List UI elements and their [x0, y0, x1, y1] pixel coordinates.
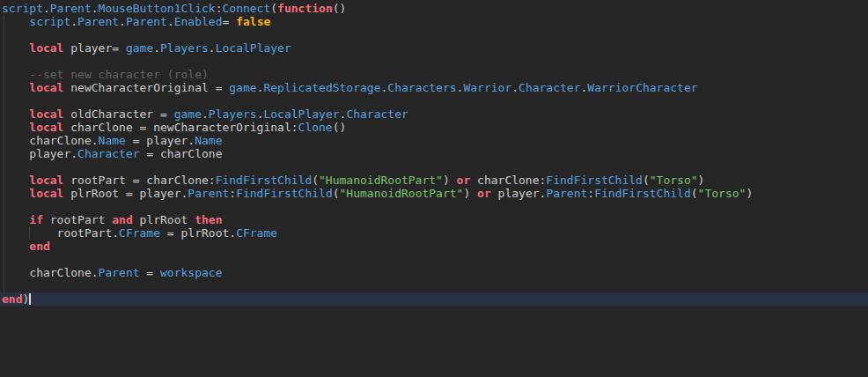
- code-line[interactable]: if rootPart and plrRoot then: [0, 213, 868, 226]
- code-token: .: [92, 2, 99, 15]
- code-token: ): [746, 187, 753, 200]
- code-token: charClone = newCharacterOriginal:: [63, 121, 298, 134]
- code-line[interactable]: end: [0, 240, 868, 253]
- code-token: .: [153, 41, 160, 55]
- code-token: end: [29, 240, 49, 253]
- code-line[interactable]: charClone.Parent = workspace: [0, 266, 868, 279]
- code-token: ): [22, 292, 29, 306]
- code-token: script: [29, 15, 70, 28]
- code-line[interactable]: local rootPart = charClone:FindFirstChil…: [0, 174, 868, 187]
- code-token: function: [277, 2, 333, 15]
- code-token: = plrRoot: [160, 226, 229, 240]
- code-token: Characters: [387, 81, 456, 94]
- code-token: Parent: [50, 2, 92, 15]
- code-token: Warrior: [463, 81, 511, 94]
- code-token: [2, 174, 29, 187]
- code-token: player: [491, 187, 540, 200]
- code-token: .: [209, 41, 216, 55]
- code-token: --set new character (role): [29, 68, 209, 81]
- code-token: .: [70, 15, 77, 28]
- code-line[interactable]: script.Parent.Parent.Enabled= false: [0, 15, 868, 28]
- code-token: [2, 187, 29, 200]
- code-token: = charClone: [140, 147, 223, 160]
- code-line[interactable]: local oldCharacter = game.Players.LocalP…: [0, 107, 868, 121]
- code-token: .: [511, 81, 519, 94]
- code-token: local: [29, 121, 63, 134]
- code-token: =: [223, 15, 237, 28]
- code-token: .: [92, 134, 99, 147]
- code-token: Players: [209, 107, 257, 121]
- code-token: "HumanoidRootPart": [340, 187, 464, 200]
- code-token: = player: [126, 134, 188, 147]
- code-token: local: [29, 107, 63, 121]
- code-line[interactable]: [0, 160, 868, 174]
- code-token: Parent: [546, 187, 587, 200]
- code-line[interactable]: script.Parent.MouseButton1Click:Connect(…: [0, 2, 868, 15]
- code-token: charClone: [2, 134, 92, 147]
- code-token: .: [119, 15, 126, 28]
- code-token: charClone:: [470, 174, 546, 187]
- code-token: FindFirstChild: [236, 187, 333, 200]
- code-token: (): [333, 121, 347, 134]
- code-token: Connect: [222, 2, 270, 15]
- code-token: "HumanoidRootPart": [319, 174, 443, 187]
- code-line[interactable]: --set new character (role): [0, 68, 868, 81]
- code-token: (): [333, 2, 347, 15]
- code-line[interactable]: [0, 28, 868, 41]
- code-line[interactable]: local plrRoot = player.Parent:FindFirstC…: [0, 187, 868, 200]
- code-line[interactable]: end): [0, 292, 868, 306]
- code-token: [2, 81, 29, 94]
- code-line[interactable]: local player= game.Players.LocalPlayer: [0, 41, 868, 55]
- code-token: ): [463, 187, 477, 200]
- code-line[interactable]: local newCharacterOriginal = game.Replic…: [0, 81, 868, 94]
- code-token: .: [229, 226, 236, 240]
- code-token: Parent: [188, 187, 229, 200]
- code-line[interactable]: [0, 253, 868, 266]
- code-token: "Torso": [698, 187, 747, 200]
- code-token: FindFirstChild: [594, 187, 691, 200]
- code-token: FindFirstChild: [216, 174, 313, 187]
- code-token: or: [457, 174, 471, 187]
- code-token: or: [477, 187, 491, 200]
- code-token: game: [229, 81, 256, 94]
- code-token: player: [2, 147, 70, 160]
- code-line[interactable]: [0, 200, 868, 213]
- code-token: [2, 121, 29, 134]
- code-token: (: [691, 187, 698, 200]
- code-line[interactable]: local charClone = newCharacterOriginal:C…: [0, 121, 868, 134]
- code-token: newCharacterOriginal =: [63, 81, 229, 94]
- code-token: Name: [195, 134, 222, 147]
- code-line[interactable]: [0, 55, 868, 68]
- code-token: ): [443, 174, 457, 187]
- code-token: MouseButton1Click: [99, 2, 216, 15]
- code-token: Parent: [99, 266, 140, 279]
- code-token: [2, 68, 29, 81]
- code-token: (: [643, 174, 650, 187]
- code-token: CFrame: [119, 226, 160, 240]
- code-token: then: [195, 213, 222, 226]
- code-token: workspace: [160, 266, 222, 279]
- code-token: LocalPlayer: [263, 107, 339, 121]
- code-token: :: [229, 187, 236, 200]
- code-line[interactable]: [0, 94, 868, 107]
- code-line[interactable]: [0, 279, 868, 292]
- code-token: Character: [77, 147, 139, 160]
- code-token: game: [126, 41, 153, 55]
- code-line[interactable]: rootPart.CFrame = plrRoot.CFrame: [0, 226, 868, 240]
- code-token: Enabled: [174, 15, 223, 28]
- code-token: [2, 240, 29, 253]
- code-token: =: [140, 266, 160, 279]
- code-token: [2, 107, 29, 121]
- script-editor[interactable]: script.Parent.MouseButton1Click:Connect(…: [0, 0, 868, 377]
- code-line[interactable]: charClone.Name = player.Name: [0, 134, 868, 147]
- code-token: rootPart: [43, 213, 112, 226]
- code-token: [2, 41, 29, 55]
- code-token: player=: [63, 41, 125, 55]
- code-token: local: [29, 174, 63, 187]
- code-token: Character: [519, 81, 580, 94]
- code-token: local: [29, 81, 63, 94]
- text-cursor: [29, 293, 31, 305]
- code-line[interactable]: player.Character = charClone: [0, 147, 868, 160]
- code-token: game: [174, 107, 202, 121]
- code-area[interactable]: script.Parent.MouseButton1Click:Connect(…: [0, 0, 868, 306]
